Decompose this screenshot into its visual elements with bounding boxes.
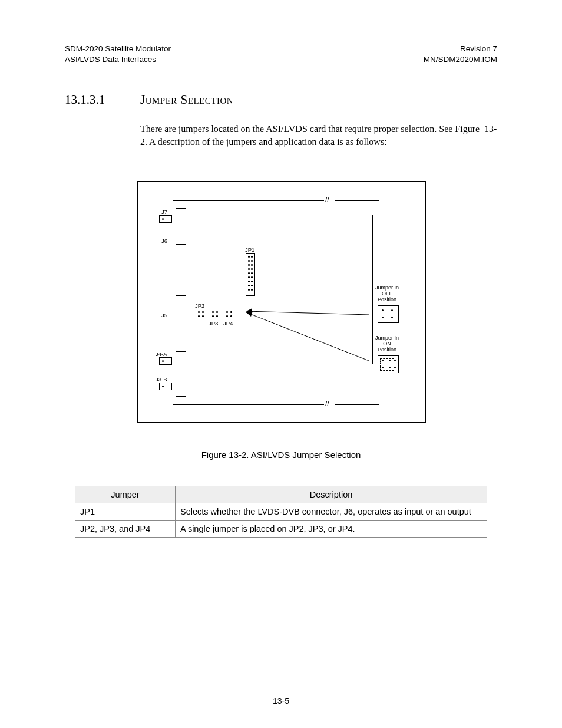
section-title: Jumper Selection (140, 93, 233, 107)
label-off-1: Jumper In (375, 285, 399, 291)
label-jp4: JP4 (223, 321, 233, 327)
svg-marker-3 (246, 311, 253, 317)
label-on-2: ON (383, 341, 391, 347)
label-jp2: JP2 (195, 303, 204, 309)
label-off-3: Position (378, 297, 396, 302)
table-header-row: Jumper Description (75, 486, 487, 503)
cell-jumper: JP1 (75, 503, 176, 521)
jumper-on-icon (378, 355, 399, 373)
jp2-icon (196, 309, 206, 319)
jumper-table: Jumper Description JP1 Selects whether t… (75, 486, 487, 538)
label-j3b: J3-B (156, 377, 167, 383)
jumper-off-icon (378, 305, 399, 323)
figure-caption: Figure 13-2. ASI/LVDS Jumper Selection (137, 450, 425, 460)
figure-diagram: // // J7 J6 JP1 (137, 181, 426, 423)
th-desc: Description (176, 486, 487, 503)
label-j7: J7 (161, 209, 167, 215)
svg-line-2 (246, 312, 369, 361)
jp1-icon (246, 253, 255, 296)
header-left-1: SDM-2020 Satellite Modulator (65, 44, 171, 54)
header-left-2: ASI/LVDS Data Interfaces (65, 54, 171, 65)
table-row: JP1 Selects whether the LVDS-DVB connect… (75, 503, 487, 521)
header-right-1: Revision 7 (424, 44, 497, 54)
label-on-3: Position (378, 347, 396, 353)
svg-marker-1 (246, 308, 252, 314)
label-j4a: J4-A (156, 351, 167, 357)
cell-desc: A single jumper is placed on JP2, JP3, o… (176, 521, 487, 538)
label-j6: J6 (161, 238, 167, 244)
page-number: 13-5 (0, 696, 562, 706)
header-right-2: MN/SDM2020M.IOM (424, 54, 497, 65)
label-on-1: Jumper In (375, 335, 399, 341)
label-j5: J5 (161, 312, 167, 318)
cell-desc: Selects whether the LVDS-DVB connector, … (176, 503, 487, 521)
section-number: 13.1.3.1 (65, 93, 140, 107)
jp3-icon (210, 309, 220, 319)
table-row: JP2, JP3, and JP4 A single jumper is pla… (75, 521, 487, 538)
jp4-icon (224, 309, 234, 319)
cell-jumper: JP2, JP3, and JP4 (75, 521, 176, 538)
svg-line-0 (246, 311, 369, 315)
label-jp1: JP1 (245, 247, 254, 253)
label-jp3: JP3 (209, 321, 218, 327)
body-paragraph: There are jumpers located on the ASI/LVD… (140, 123, 497, 148)
label-off-2: OFF (382, 291, 392, 297)
th-jumper: Jumper (75, 486, 176, 503)
